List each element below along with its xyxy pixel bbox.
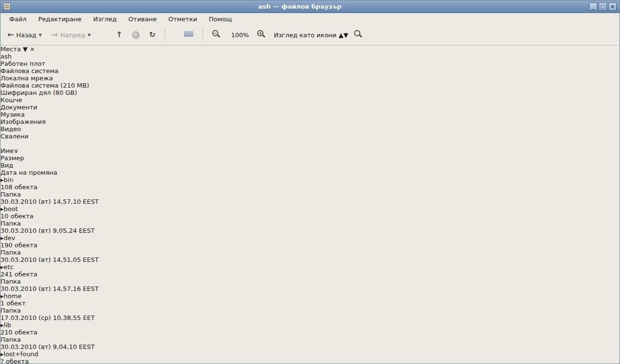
search-button[interactable] — [350, 27, 369, 43]
sidebar-item-label: Шифриран дял (80 GB) — [0, 89, 77, 96]
view-mode-combo[interactable]: Изглед като икони ▲▼ — [274, 31, 348, 39]
close-button[interactable]: × — [608, 2, 617, 11]
menu-item[interactable]: Помощ — [204, 14, 237, 24]
tree-row[interactable]: ▸boot10 обектаПапка30.03.2010 (вт) 9,05,… — [0, 205, 620, 234]
sidebar-item-label: Локална мрежа — [0, 75, 53, 82]
toolbar: ← Назад ▼ → Напред ▼ ↑ ↻ − 100% + Изглед… — [0, 25, 620, 46]
zoom-in-icon: + — [257, 30, 264, 36]
sidebar-header: Места ▼ × — [0, 46, 620, 53]
sidebar-item-label: Видео — [0, 125, 21, 133]
computer-button[interactable] — [180, 27, 197, 43]
size-cell: 10 обекта — [0, 212, 620, 220]
name-cell: ▸lib — [0, 321, 620, 329]
menu-item[interactable]: Редактиране — [33, 14, 86, 24]
file-name: bin — [4, 176, 14, 183]
zoom-level: 100% — [229, 31, 251, 39]
menu-item[interactable]: Файл — [4, 14, 31, 24]
sidebar-item[interactable]: Кошче — [0, 96, 620, 104]
titlebar[interactable]: ash — файлов браузър _ □ × — [0, 0, 620, 13]
size-cell: 108 обекта — [0, 183, 620, 191]
file-browser-window: ash — файлов браузър _ □ × ФайлРедактира… — [0, 0, 620, 364]
sidebar-item-label: Файлова система — [0, 67, 59, 75]
name-cell: ▸etc — [0, 263, 620, 271]
tree-row[interactable]: ▸home1 обектПапка17.03.2010 (ср) 10,38,5… — [0, 292, 620, 321]
location-bar-toggle-button[interactable] — [0, 145, 2, 147]
tree-row[interactable]: ▸lib210 обектаПапка30.03.2010 (вт) 9,04,… — [0, 321, 620, 350]
back-button[interactable]: ← Назад ▼ — [3, 27, 46, 43]
name-cell: ▸home — [0, 292, 620, 300]
column-header[interactable]: Дата на промяна — [0, 169, 620, 176]
size-cell: 241 обекта — [0, 271, 620, 278]
date-cell: 30.03.2010 (вт) 9,04,10 EEST — [0, 343, 620, 350]
sidebar-item-label: Музика — [0, 111, 25, 118]
column-header-label: Име — [0, 147, 14, 154]
type-cell: Папка — [0, 278, 620, 285]
date-cell: 30.03.2010 (вт) 14,57,10 EEST — [0, 198, 620, 205]
tree-row[interactable]: ▸dev190 обектаПапка30.03.2010 (вт) 14,51… — [0, 234, 620, 263]
column-header[interactable]: Име∨ — [0, 147, 61, 154]
up-arrow-icon: ↑ — [116, 31, 122, 39]
sidebar-item[interactable]: Документи — [0, 104, 620, 111]
list-view-pane: Име∨РазмерВидДата на промяна ▸bin108 обе… — [0, 140, 620, 364]
minimize-button[interactable]: _ — [589, 2, 597, 11]
forward-button[interactable]: → Напред ▼ — [47, 27, 94, 43]
size-cell: ? обекта — [0, 358, 620, 364]
size-cell: 190 обекта — [0, 242, 620, 249]
sidebar-item-label: Свалени — [0, 133, 29, 140]
column-header[interactable]: Размер — [0, 154, 41, 162]
type-cell: Папка — [0, 336, 620, 343]
sidebar-item[interactable]: Музика — [0, 111, 620, 118]
window-title: ash — файлов браузър — [14, 3, 586, 10]
menu-item[interactable]: Отметки — [163, 14, 202, 24]
type-cell: Папка — [0, 249, 620, 256]
date-cell: 30.03.2010 (вт) 14,51,05 EEST — [0, 256, 620, 263]
sidebar-title: Места — [0, 46, 21, 53]
computer-icon — [184, 30, 193, 40]
back-arrow-icon: ← — [7, 31, 14, 39]
search-icon — [354, 30, 360, 36]
tree-row[interactable]: ▸etc241 обектаПапка30.03.2010 (вт) 14,57… — [0, 263, 620, 292]
sidebar-item-label: Файлова система (210 MB) — [0, 82, 89, 89]
name-cell: ▸dev — [0, 234, 620, 242]
back-history-chevron-icon[interactable]: ▼ — [39, 33, 42, 37]
column-header-label: Вид — [0, 162, 13, 169]
tree-row[interactable]: ▸lost+found? обектаПапка17.03.2010 (ср) … — [0, 350, 620, 364]
file-name: lost+found — [4, 350, 39, 358]
sidebar-item[interactable]: Работен плот — [0, 60, 620, 67]
sidebar-item[interactable]: Локална мрежа — [0, 75, 620, 82]
sidebar-item-label: Документи — [0, 104, 37, 111]
sidebar-item[interactable]: Свалени — [0, 133, 620, 140]
sidebar-item[interactable]: Видео — [0, 125, 620, 133]
size-cell: 210 обекта — [0, 329, 620, 336]
maximize-button[interactable]: □ — [599, 2, 607, 11]
zoom-in-button[interactable]: + — [253, 27, 272, 43]
tree-row[interactable]: ▸bin108 обектаПапка30.03.2010 (вт) 14,57… — [0, 176, 620, 205]
sidebar-selector-chevron-icon[interactable]: ▼ — [23, 46, 28, 53]
date-cell: 30.03.2010 (вт) 14,57,16 EEST — [0, 285, 620, 292]
reload-button[interactable]: ↻ — [145, 27, 159, 43]
stop-button[interactable] — [128, 27, 143, 43]
menu-item[interactable]: Изглед — [88, 14, 122, 24]
zoom-out-button[interactable]: − — [208, 27, 227, 43]
sidebar-item[interactable]: Шифриран дял (80 GB) — [0, 89, 620, 96]
name-cell: ▸lost+found — [0, 350, 620, 358]
column-header[interactable]: Вид — [0, 162, 27, 169]
menu-item[interactable]: Отиване — [124, 14, 161, 24]
sidebar-item-label: ash — [0, 53, 12, 60]
forward-history-chevron-icon: ▼ — [88, 33, 91, 37]
sidebar-item[interactable]: Файлова система (210 MB) — [0, 82, 620, 89]
file-name: lib — [4, 321, 11, 329]
file-name: etc — [4, 263, 14, 271]
type-cell: Папка — [0, 307, 620, 314]
toolbar-separator — [165, 28, 165, 42]
sidebar-item[interactable]: ash — [0, 53, 620, 60]
date-cell: 30.03.2010 (вт) 9,05,24 EEST — [0, 227, 620, 234]
sidebar-item[interactable]: Файлова система — [0, 67, 620, 75]
up-button[interactable]: ↑ — [112, 27, 126, 43]
sidebar-close-icon[interactable]: × — [30, 46, 35, 53]
home-button[interactable] — [170, 27, 178, 43]
sidebar-item[interactable]: Изображения — [0, 118, 620, 125]
sort-indicator-icon: ∨ — [14, 147, 19, 154]
file-name: home — [4, 292, 22, 300]
file-name: dev — [4, 234, 16, 242]
